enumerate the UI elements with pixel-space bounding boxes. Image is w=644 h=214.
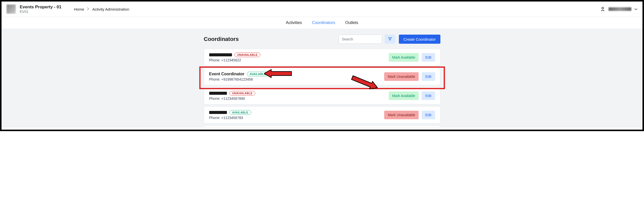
user-name	[609, 7, 631, 11]
coordinator-card: UNAVAILABLE Phone: +11234567890 Mark Ava…	[204, 87, 440, 104]
coordinator-name: Event Coordinator	[209, 72, 245, 76]
user-menu[interactable]	[600, 6, 637, 12]
coordinator-name	[209, 53, 232, 56]
svg-point-0	[602, 7, 603, 9]
property-logo	[7, 5, 16, 14]
chevron-down-icon	[634, 7, 637, 11]
property-code: EV01	[20, 10, 61, 14]
user-icon	[600, 6, 606, 12]
coordinator-name	[209, 92, 227, 95]
coordinator-card: Event Coordinator AVAILABLE Phone: +9199…	[204, 68, 440, 85]
filter-button[interactable]	[385, 35, 395, 44]
edit-button[interactable]: Edit	[422, 53, 435, 62]
main-content: Coordinators Create Coordinator UNAVAILA…	[2, 29, 642, 128]
tab-coordinators[interactable]: Coordinators	[312, 20, 335, 25]
create-coordinator-button[interactable]: Create Coordinator	[399, 35, 440, 44]
mark-unavailable-button[interactable]: Mark Unavailable	[384, 111, 419, 119]
coordinator-card	[204, 126, 440, 128]
property-name: Events Property - 01	[20, 5, 61, 10]
coordinator-name	[209, 111, 227, 114]
coordinator-phone: Phone: +1123456783	[209, 116, 384, 120]
edit-button[interactable]: Edit	[422, 72, 435, 81]
coordinator-phone: Phone: +11234567890	[209, 97, 389, 101]
page-title: Coordinators	[204, 36, 339, 42]
app-header: Events Property - 01 EV01 Home Activity …	[2, 2, 642, 17]
page-header: Coordinators Create Coordinator	[204, 35, 440, 44]
coordinator-list: UNAVAILABLE Phone: +112345622 Mark Avail…	[204, 49, 440, 128]
status-badge: AVAILABLE	[229, 110, 251, 115]
breadcrumb: Home Activity Administration	[74, 7, 129, 11]
mark-unavailable-button[interactable]: Mark Unavailable	[384, 72, 419, 81]
search-input[interactable]	[339, 35, 382, 44]
filter-icon	[388, 37, 392, 42]
tab-outlets[interactable]: Outlets	[345, 20, 358, 25]
status-badge: UNAVAILABLE	[235, 53, 261, 57]
coordinator-phone: Phone: +112345622	[209, 58, 389, 62]
coordinator-card: UNAVAILABLE Phone: +112345622 Mark Avail…	[204, 49, 440, 66]
tab-activities[interactable]: Activities	[286, 20, 302, 25]
coordinator-card: AVAILABLE Phone: +1123456783 Mark Unavai…	[204, 106, 440, 124]
coordinator-phone: Phone: +919987654123456	[209, 77, 384, 81]
breadcrumb-home[interactable]: Home	[74, 7, 84, 11]
edit-button[interactable]: Edit	[422, 111, 435, 119]
chevron-right-icon	[87, 7, 89, 11]
mark-available-button[interactable]: Mark Available	[389, 53, 419, 62]
status-badge: AVAILABLE	[247, 72, 269, 76]
edit-button[interactable]: Edit	[422, 91, 435, 100]
breadcrumb-current: Activity Administration	[92, 7, 129, 11]
mark-available-button[interactable]: Mark Available	[389, 91, 419, 100]
property-info: Events Property - 01 EV01	[20, 5, 61, 14]
tabs-nav: Activities Coordinators Outlets	[2, 17, 642, 29]
status-badge: UNAVAILABLE	[229, 91, 256, 96]
